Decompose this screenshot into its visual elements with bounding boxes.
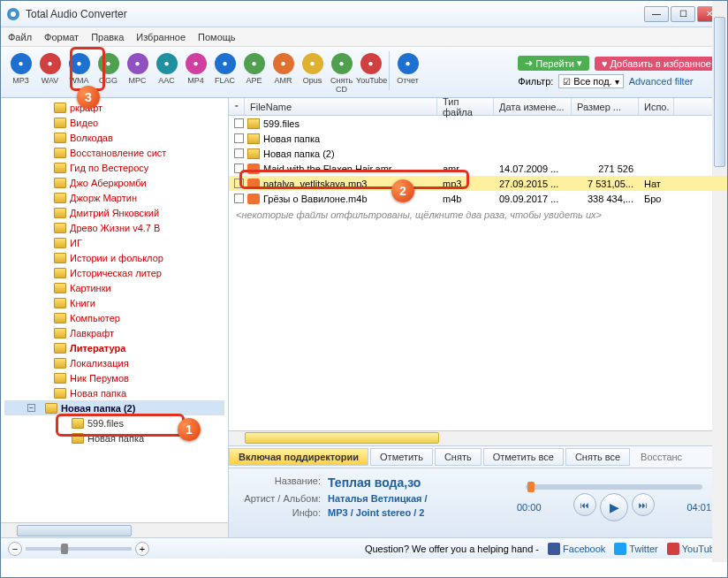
time-total: 04:01: [686, 502, 711, 513]
play-button[interactable]: ▶: [600, 493, 628, 521]
statusbar: − + Question? We offer you a helping han…: [1, 537, 727, 559]
filter-dropdown[interactable]: ☑ Все под. ▾: [558, 74, 623, 88]
restore-button[interactable]: Восстанс: [632, 449, 691, 465]
info-name-label: Название:: [239, 475, 328, 490]
toolbar-mp3[interactable]: ●MP3: [6, 51, 35, 94]
toolbar-aac[interactable]: ●AAC: [152, 51, 181, 94]
menu-file[interactable]: Файл: [8, 32, 32, 42]
info-artist: Наталья Ветлицкая /: [328, 493, 428, 504]
tree-item[interactable]: Дмитрий Янковский: [4, 205, 224, 220]
goto-button[interactable]: ➜ Перейти ▾: [518, 56, 589, 71]
toolbar-mpc[interactable]: ●MPC: [123, 51, 152, 94]
unmark-button[interactable]: Снять: [435, 448, 482, 466]
tree-item[interactable]: Джорж Мартин: [4, 190, 224, 205]
twitter-link[interactable]: Twitter: [614, 543, 657, 555]
include-subdirs-button[interactable]: Включая поддиректории: [229, 448, 368, 466]
help-text: Question? We offer you a helping hand -: [365, 544, 539, 554]
file-row[interactable]: natalya_vetlitskaya.mp3mp327.09.2015 ...…: [229, 176, 727, 191]
toolbar-wav[interactable]: ●WAV: [35, 51, 64, 94]
menu-favorites[interactable]: Избранное: [136, 32, 186, 42]
tree-item-selected[interactable]: −Новая папка (2): [4, 400, 224, 415]
file-row[interactable]: Грёзы о Вавилоне.m4bm4b09.09.2017 ...338…: [229, 191, 727, 206]
toolbar-youtube[interactable]: ●YouTube: [356, 51, 385, 94]
app-window: Total Audio Converter — ☐ ✕ Файл Формат …: [0, 0, 728, 578]
file-row[interactable]: Maid with the Flaxen Hair.amramr14.07.20…: [229, 161, 727, 176]
prev-button[interactable]: ⏮: [573, 493, 596, 516]
info-details-label: Инфо:: [239, 507, 328, 518]
annotation-badge-1: 1: [178, 418, 201, 441]
unmark-all-button[interactable]: Снять все: [565, 448, 630, 466]
tree-item[interactable]: Восстановление сист: [4, 145, 224, 160]
mark-all-button[interactable]: Отметить все: [483, 448, 564, 466]
mark-button[interactable]: Отметить: [370, 448, 433, 466]
tree-item[interactable]: Историческая литер: [4, 265, 224, 280]
filter-label: Фильтр:: [518, 76, 553, 87]
toolbar-ape[interactable]: ●APE: [239, 51, 269, 94]
progress-slider[interactable]: [526, 484, 702, 490]
add-favorite-button[interactable]: ♥ Добавить в избранное: [595, 57, 718, 71]
col-filename[interactable]: FileName: [245, 98, 437, 115]
toolbar-mp4[interactable]: ●MP4: [181, 51, 210, 94]
window-title: Total Audio Converter: [26, 8, 644, 20]
toolbar-flac[interactable]: ●FLAC: [210, 51, 239, 94]
maximize-button[interactable]: ☐: [671, 6, 695, 22]
tree-item[interactable]: Гид по Вестеросу: [4, 160, 224, 175]
tree-item[interactable]: Новая папка: [4, 385, 224, 400]
zoom-in-button[interactable]: +: [135, 542, 149, 556]
annotation-badge-3: 3: [77, 86, 100, 109]
file-row[interactable]: Новая папка: [229, 131, 727, 146]
info-name: Теплая вода,зо: [328, 475, 421, 490]
col-size[interactable]: Размер ...: [572, 98, 639, 115]
tree-item[interactable]: ркрафт: [4, 100, 224, 115]
zoom-slider[interactable]: [26, 547, 132, 551]
svg-point-1: [11, 11, 16, 17]
tree-item[interactable]: Картинки: [4, 280, 224, 295]
tree-item[interactable]: Компьютер: [4, 310, 224, 325]
menu-format[interactable]: Формат: [44, 32, 79, 42]
file-list[interactable]: 599.filesНовая папкаНовая папка (2)Maid …: [229, 116, 727, 430]
tree-item[interactable]: Ник Перумов: [4, 370, 224, 385]
tree-item[interactable]: Локализация: [4, 355, 224, 370]
filter-hint[interactable]: <некоторые файлы отфильтрованы, щёлкните…: [229, 206, 727, 224]
file-row[interactable]: Новая папка (2): [229, 146, 727, 161]
file-row[interactable]: 599.files: [229, 116, 727, 131]
zoom-out-button[interactable]: −: [8, 542, 22, 556]
advanced-filter-link[interactable]: Advanced filter: [629, 76, 694, 87]
folder-tree-pane: ркрафтВидеоВолкодавВосстановление систГи…: [1, 98, 229, 537]
tree-hscrollbar[interactable]: [1, 522, 228, 537]
file-list-header: ⁃ FileName Тип файла Дата измене... Разм…: [229, 98, 727, 116]
tree-item[interactable]: Лавкрафт: [4, 325, 224, 340]
info-details: MP3 / Joint stereo / 2: [328, 507, 424, 518]
minimize-button[interactable]: —: [644, 6, 669, 22]
tree-item[interactable]: Древо Жизни v4.7 B: [4, 220, 224, 235]
folder-tree[interactable]: ркрафтВидеоВолкодавВосстановление систГи…: [1, 98, 228, 522]
tree-item[interactable]: Видео: [4, 115, 224, 130]
toolbar-снять cd[interactable]: ●Снять CD: [327, 51, 356, 94]
toolbar-ogg[interactable]: ●OGG: [94, 51, 123, 94]
info-artist-label: Артист / Альбом:: [239, 493, 328, 504]
time-current: 00:00: [517, 502, 542, 513]
info-pane: Название:Теплая вода,зо Артист / Альбом:…: [229, 468, 727, 537]
tree-item[interactable]: Истории и фольклор: [4, 250, 224, 265]
tree-item[interactable]: Книги: [4, 295, 224, 310]
menu-edit[interactable]: Правка: [91, 32, 124, 42]
col-type[interactable]: Тип файла: [437, 98, 494, 115]
toolbar-отчет[interactable]: ●Отчет: [393, 51, 422, 94]
menu-help[interactable]: Помощь: [198, 32, 236, 42]
action-bar: Включая поддиректории Отметить Снять Отм…: [229, 445, 727, 468]
toolbar-amr[interactable]: ●AMR: [269, 51, 298, 94]
next-button[interactable]: ⏭: [632, 493, 655, 516]
col-performer[interactable]: Испо.: [639, 98, 674, 115]
col-date[interactable]: Дата измене...: [494, 98, 572, 115]
toolbar-opus[interactable]: ●Opus: [298, 51, 327, 94]
tree-item[interactable]: Волкодав: [4, 130, 224, 145]
tree-item[interactable]: ИГ: [4, 235, 224, 250]
tree-item[interactable]: Литература: [4, 340, 224, 355]
facebook-link[interactable]: Facebook: [548, 543, 605, 555]
annotation-badge-2: 2: [391, 179, 414, 202]
tree-item[interactable]: Джо Аберкромби: [4, 175, 224, 190]
toolbar: ●MP3●WAV●WMA●OGG●MPC●AAC●MP4●FLAC●APE●AM…: [1, 47, 727, 98]
file-list-pane: ⁃ FileName Тип файла Дата измене... Разм…: [229, 98, 727, 537]
app-icon: [6, 7, 20, 21]
filelist-hscrollbar[interactable]: [229, 430, 727, 445]
